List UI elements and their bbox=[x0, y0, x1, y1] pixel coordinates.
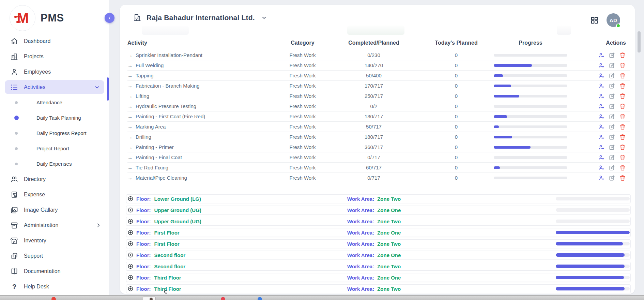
sidebar-item-label: Image Gallary bbox=[24, 207, 95, 213]
edit-button[interactable] bbox=[609, 72, 615, 79]
expand-plus-icon[interactable] bbox=[127, 263, 134, 269]
expand-plus-icon[interactable] bbox=[127, 252, 134, 258]
table-row: → Painting - Primer Fresh Work 360/717 0 bbox=[127, 142, 630, 152]
taskbar-app-icon[interactable] bbox=[221, 297, 225, 300]
work-area-name: Zone One bbox=[377, 230, 401, 236]
work-area-label: Work Area: bbox=[347, 264, 374, 269]
sidebar-item-attendance[interactable]: Attendance bbox=[0, 95, 109, 110]
floor-name: First Floor bbox=[154, 241, 180, 247]
sidebar-item-daily-expenses[interactable]: Daily Expenses bbox=[0, 156, 109, 171]
expand-plus-icon[interactable] bbox=[127, 196, 134, 202]
page-scrollbar-thumb[interactable] bbox=[638, 31, 641, 52]
assign-user-button[interactable] bbox=[598, 72, 605, 79]
edit-button[interactable] bbox=[609, 103, 615, 110]
chevron-icon bbox=[95, 284, 102, 290]
delete-button[interactable] bbox=[619, 82, 626, 89]
activity-name: Fabrication - Branch Making bbox=[136, 83, 200, 89]
todays-planned-value: 0 bbox=[419, 114, 494, 119]
sidebar-item-inventory[interactable]: Inventory bbox=[0, 233, 109, 248]
delete-button[interactable] bbox=[619, 123, 626, 130]
edit-button[interactable] bbox=[609, 62, 615, 69]
expand-plus-icon[interactable] bbox=[127, 207, 134, 213]
taskbar-app-icon[interactable] bbox=[51, 297, 56, 300]
assign-user-button[interactable] bbox=[598, 164, 605, 171]
sidebar-item-directory[interactable]: Directory bbox=[0, 171, 109, 187]
sidebar-item-dashboard[interactable]: Dashboard bbox=[0, 33, 109, 49]
edit-button[interactable] bbox=[609, 113, 615, 120]
delete-button[interactable] bbox=[619, 62, 626, 69]
sidebar-item-documentation[interactable]: Documentation bbox=[0, 264, 109, 279]
floor-progress-bar bbox=[556, 287, 630, 290]
sidebar-item-activities[interactable]: Activities bbox=[5, 80, 104, 94]
edit-button[interactable] bbox=[609, 144, 615, 151]
sidebar-item-administration[interactable]: Administration bbox=[0, 217, 109, 233]
edit-button[interactable] bbox=[609, 93, 615, 100]
todays-planned-value: 0 bbox=[419, 103, 494, 109]
delete-button[interactable] bbox=[619, 154, 626, 161]
expand-plus-icon[interactable] bbox=[127, 286, 134, 292]
assign-user-button[interactable] bbox=[598, 144, 605, 151]
floor-label: Floor: bbox=[136, 252, 151, 258]
edit-button[interactable] bbox=[609, 164, 615, 171]
edit-button[interactable] bbox=[609, 123, 615, 130]
sidebar-scrollbar-thumb[interactable] bbox=[107, 77, 109, 101]
sidebar-item-help-desk[interactable]: ? Help Desk bbox=[0, 279, 109, 294]
assign-user-button[interactable] bbox=[598, 62, 605, 69]
sidebar: M PMS Dashboard Projects Employees Activ… bbox=[0, 0, 109, 295]
delete-button[interactable] bbox=[619, 103, 626, 110]
company-selector[interactable]: Raja Bahadur International Ltd. bbox=[133, 13, 267, 22]
assign-user-button[interactable] bbox=[598, 175, 605, 181]
assign-user-button[interactable] bbox=[598, 134, 605, 140]
sidebar-item-image-gallary[interactable]: Image Gallary bbox=[0, 202, 109, 217]
sidebar-item-daily-task-planning[interactable]: Daily Task Planning bbox=[0, 110, 109, 125]
apps-grid-button[interactable] bbox=[590, 16, 599, 25]
arrow-right-icon: → bbox=[127, 154, 133, 160]
edit-button[interactable] bbox=[609, 82, 615, 89]
sidebar-item-label: Daily Task Planning bbox=[36, 115, 95, 121]
assign-user-button[interactable] bbox=[598, 113, 605, 120]
delete-button[interactable] bbox=[619, 72, 626, 79]
arrow-right-icon: → bbox=[127, 175, 133, 181]
app-logo[interactable]: M PMS bbox=[10, 5, 64, 31]
delete-button[interactable] bbox=[619, 164, 626, 171]
expand-plus-icon[interactable] bbox=[127, 229, 134, 236]
assign-user-button[interactable] bbox=[598, 93, 605, 100]
edit-button[interactable] bbox=[609, 154, 615, 161]
delete-button[interactable] bbox=[619, 175, 626, 181]
delete-button[interactable] bbox=[619, 144, 626, 151]
edit-button[interactable] bbox=[609, 52, 615, 59]
taskbar-window-icon[interactable] bbox=[143, 297, 156, 300]
activity-name: Material/Pipe Cleaning bbox=[136, 175, 187, 181]
edit-button[interactable] bbox=[609, 175, 615, 181]
sidebar-item-project-report[interactable]: Project Report bbox=[0, 141, 109, 156]
assign-user-button[interactable] bbox=[598, 154, 605, 161]
sidebar-item-expense[interactable]: Expense bbox=[0, 187, 109, 202]
floor-progress-bar bbox=[556, 265, 630, 268]
sidebar-item-employees[interactable]: Employees bbox=[0, 64, 109, 79]
expand-plus-icon[interactable] bbox=[127, 218, 134, 224]
progress-bar bbox=[494, 125, 567, 128]
arrow-right-icon: → bbox=[127, 73, 133, 78]
assign-user-button[interactable] bbox=[598, 52, 605, 59]
floor-label: Floor: bbox=[136, 286, 151, 292]
expand-plus-icon[interactable] bbox=[127, 241, 134, 247]
delete-button[interactable] bbox=[619, 93, 626, 100]
taskbar-app-icon[interactable] bbox=[258, 297, 262, 300]
progress-bar-fill bbox=[494, 74, 503, 77]
sidebar-item-support[interactable]: Support bbox=[0, 248, 109, 264]
work-area-label: Work Area: bbox=[347, 207, 374, 213]
assign-user-button[interactable] bbox=[598, 82, 605, 89]
expand-plus-icon[interactable] bbox=[127, 274, 134, 281]
sidebar-collapse-button[interactable] bbox=[105, 13, 114, 23]
edit-button[interactable] bbox=[609, 134, 615, 140]
arrow-right-icon: → bbox=[127, 62, 133, 68]
sidebar-item-daily-progress-report[interactable]: Daily Progress Report bbox=[0, 125, 109, 141]
delete-button[interactable] bbox=[619, 52, 626, 59]
sidebar-item-projects[interactable]: Projects bbox=[0, 49, 109, 64]
delete-button[interactable] bbox=[619, 134, 626, 140]
arrow-right-icon: → bbox=[127, 144, 133, 150]
delete-button[interactable] bbox=[619, 113, 626, 120]
assign-user-button[interactable] bbox=[598, 123, 605, 130]
assign-user-button[interactable] bbox=[598, 103, 605, 110]
floor-progress-bar bbox=[556, 253, 630, 257]
